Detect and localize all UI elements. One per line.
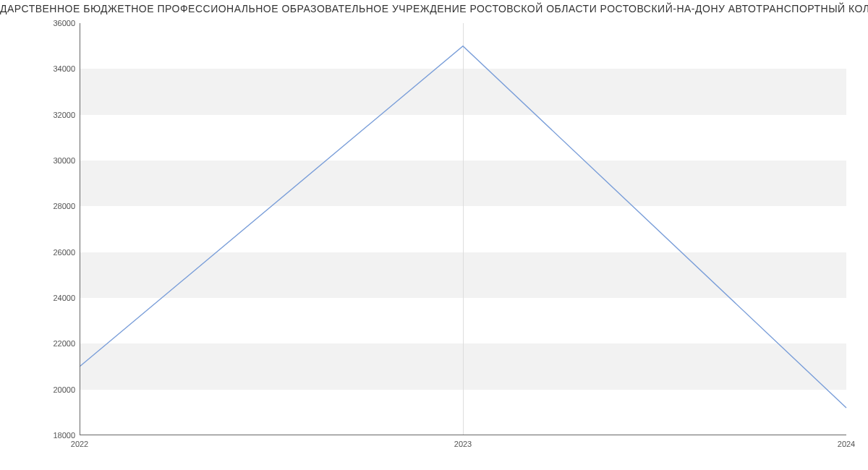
y-tick-label: 34000 (53, 64, 75, 73)
y-tick-label: 24000 (53, 294, 75, 302)
y-tick-label: 32000 (53, 111, 75, 119)
x-tick-label: 2022 (71, 440, 88, 448)
plot-background (80, 23, 846, 435)
y-tick-label: 22000 (53, 339, 75, 348)
x-tick-label: 2023 (454, 440, 472, 448)
y-tick-label: 26000 (53, 248, 75, 257)
y-tick-label: 18000 (53, 431, 75, 440)
line-series (80, 23, 846, 435)
y-tick-label: 20000 (53, 385, 75, 394)
y-tick-label: 30000 (53, 156, 75, 165)
x-axis-line (80, 435, 846, 435)
y-tick-label: 36000 (53, 19, 75, 27)
y-tick-label: 28000 (53, 202, 75, 210)
chart-plot-area: 1800020000220002400026000280003000032000… (80, 23, 846, 435)
chart-title: ДАРСТВЕННОЕ БЮДЖЕТНОЕ ПРОФЕССИОНАЛЬНОЕ О… (0, 3, 868, 14)
x-tick-label: 2024 (838, 440, 855, 448)
series-path (80, 46, 846, 408)
y-axis-line (80, 23, 80, 435)
